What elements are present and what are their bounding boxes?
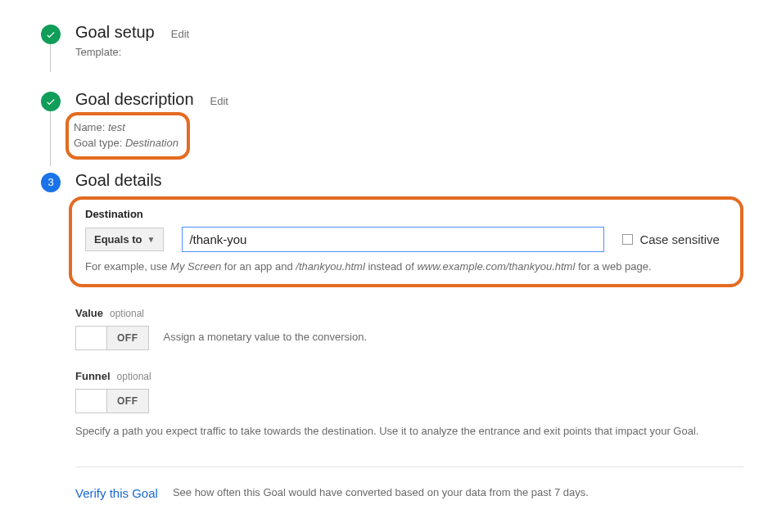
step-title: Goal setup <box>75 23 155 42</box>
step-connector <box>50 44 51 72</box>
section-divider <box>75 467 743 467</box>
step-goal-setup: Goal setup Edit Template: <box>41 23 743 65</box>
destination-heading: Destination <box>85 208 727 220</box>
name-value: test <box>108 121 125 133</box>
optional-label: optional <box>117 371 151 382</box>
step-title: Goal details <box>75 171 162 190</box>
funnel-label: Funnel <box>75 370 111 382</box>
goal-type-label: Goal type: <box>74 137 122 149</box>
destination-input[interactable] <box>182 227 604 252</box>
step-connector <box>50 111 51 166</box>
destination-highlight: Destination Equals to ▼ Case sensitive F… <box>69 196 743 287</box>
checkmark-icon <box>41 92 61 111</box>
funnel-description: Specify a path you expect traffic to tak… <box>75 424 722 440</box>
match-type-value: Equals to <box>94 233 142 246</box>
verify-description: See how often this Goal would have conve… <box>173 485 589 501</box>
template-summary: Template: <box>75 45 743 65</box>
value-description: Assign a monetary value to the conversio… <box>164 330 368 345</box>
case-sensitive-label: Case sensitive <box>639 232 720 246</box>
step-goal-details: 3 Goal details Destination Equals to ▼ C… <box>41 171 743 502</box>
edit-link-setup[interactable]: Edit <box>171 28 189 40</box>
checkmark-icon <box>41 25 61 44</box>
goal-type-value: Destination <box>125 137 178 149</box>
verify-goal-link[interactable]: Verify this Goal <box>75 486 158 500</box>
step-number-badge: 3 <box>41 173 61 192</box>
name-label: Name: <box>74 121 105 133</box>
value-section: Value optional OFF Assign a monetary val… <box>75 307 743 350</box>
value-label: Value <box>75 307 103 319</box>
destination-hint: For example, use My Screen for an app an… <box>85 260 727 273</box>
case-sensitive-label-wrap[interactable]: Case sensitive <box>622 232 720 246</box>
toggle-state: OFF <box>107 395 148 407</box>
toggle-knob <box>76 390 107 413</box>
toggle-knob <box>76 327 107 349</box>
description-highlight: Name: test Goal type: Destination <box>66 112 190 160</box>
chevron-down-icon: ▼ <box>147 235 156 244</box>
funnel-toggle[interactable]: OFF <box>75 389 149 413</box>
funnel-section: Funnel optional OFF Specify a path you e… <box>75 370 743 440</box>
step-goal-description: Goal description Edit Name: test Goal ty… <box>41 90 743 160</box>
toggle-state: OFF <box>107 332 148 344</box>
step-title: Goal description <box>75 90 194 109</box>
step-number: 3 <box>47 176 53 188</box>
verify-row: Verify this Goal See how often this Goal… <box>75 485 743 501</box>
edit-link-description[interactable]: Edit <box>210 95 228 107</box>
destination-row: Equals to ▼ Case sensitive <box>85 227 727 252</box>
case-sensitive-checkbox[interactable] <box>622 234 633 245</box>
value-toggle[interactable]: OFF <box>75 326 149 350</box>
match-type-dropdown[interactable]: Equals to ▼ <box>85 228 164 251</box>
optional-label: optional <box>110 308 144 319</box>
